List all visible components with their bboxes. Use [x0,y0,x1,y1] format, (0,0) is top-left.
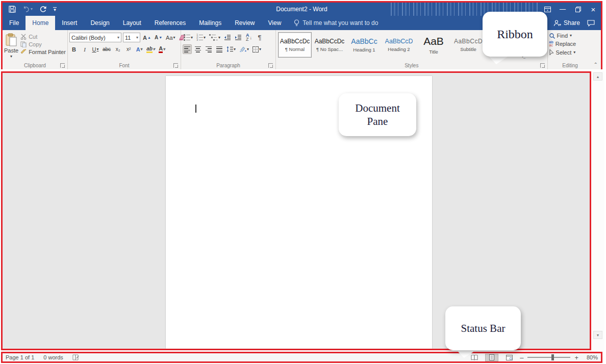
restore-button[interactable] [570,3,586,16]
select-label: Select [556,49,572,56]
borders-button[interactable]: ▾ [251,44,262,54]
format-painter-icon [20,49,27,55]
find-button[interactable]: Find ▾ [549,33,576,39]
style-name: ¶ Normal [285,46,305,52]
zoom-slider-thumb[interactable] [551,354,554,360]
web-layout-button[interactable] [502,354,516,361]
bullets-icon [184,34,190,41]
style-card-heading2[interactable]: AaBbCcD Heading 2 [382,32,416,58]
bullets-button[interactable]: ▾ [183,33,194,42]
paste-dropdown-caret[interactable]: ▾ [10,55,12,59]
undo-button[interactable]: ▾ [22,6,33,12]
justify-button[interactable] [215,44,224,54]
text-effects-button[interactable]: A▾ [135,44,144,54]
format-painter-button[interactable]: Format Painter [20,49,66,55]
page-indicator[interactable]: Page 1 of 1 [6,354,34,360]
find-label: Find [557,33,568,39]
text-effects-label: A [136,46,140,53]
grow-font-button[interactable]: A▲ [142,33,152,42]
bold-button[interactable]: B [69,44,79,54]
zoom-percentage[interactable]: 80% [583,354,598,360]
paragraph-dialog-launcher[interactable] [268,63,273,68]
align-center-button[interactable] [193,44,203,54]
styles-dialog-launcher[interactable] [540,63,545,68]
redo-icon[interactable] [39,6,46,13]
collapse-ribbon-button[interactable]: ⌃ [594,62,598,67]
zoom-slider[interactable] [527,357,570,358]
tab-file[interactable]: File [3,16,26,30]
highlight-button[interactable]: ab▾ [145,44,156,54]
copy-button[interactable]: Copy [20,41,66,47]
decrease-indent-button[interactable] [223,33,232,42]
style-card-title[interactable]: AaB Title [417,32,450,58]
shrink-font-button[interactable]: A▼ [154,33,163,42]
callout-status-bar-label: Status Bar [461,322,506,335]
qat-customize-icon[interactable]: ▾ [53,7,57,11]
scrollbar-up-button[interactable]: ▲ [593,72,602,81]
cut-button[interactable]: Cut [20,34,66,40]
change-case-button[interactable]: Aa▾ [165,33,176,42]
numbering-button[interactable]: 1 2 3 ▾ [195,33,207,42]
style-preview: AaB [423,35,444,47]
font-name-caret: ▾ [117,36,119,40]
tab-design[interactable]: Design [84,16,116,30]
callout-ribbon: Ribbon [483,12,547,57]
line-spacing-button[interactable]: ▾ [225,44,237,54]
tab-review[interactable]: Review [228,16,261,30]
read-mode-button[interactable] [468,354,481,361]
tab-insert[interactable]: Insert [55,16,84,30]
tell-me-box[interactable]: Tell me what you want to do [288,16,384,30]
word-count[interactable]: 0 words [43,354,63,360]
style-card-normal[interactable]: AaBbCcDc ¶ Normal [278,32,312,58]
undo-dropdown-caret[interactable]: ▾ [31,7,33,11]
align-right-button[interactable] [204,44,213,54]
style-card-subtitle[interactable]: AaBbCcD Subtitle [451,32,485,58]
font-size-value: 11 [125,35,134,41]
proofing-icon[interactable] [72,354,80,360]
numbering-icon: 1 2 3 [196,34,203,41]
style-card-no-spacing[interactable]: AaBbCcDc ¶ No Spac... [313,32,346,58]
tab-references[interactable]: References [148,16,192,30]
shading-button[interactable]: ▾ [238,44,250,54]
clipboard-group-label: Clipboard [24,63,46,68]
multilevel-list-button[interactable]: ▾ [208,33,221,42]
strikethrough-button[interactable]: abc [102,44,112,54]
subscript-button[interactable]: x₂ [113,44,122,54]
align-center-icon [195,46,201,53]
clipboard-dialog-launcher[interactable] [60,63,65,68]
save-icon[interactable] [9,6,16,13]
tab-mailings[interactable]: Mailings [192,16,228,30]
minimize-button[interactable]: — [555,3,570,16]
scrollbar-down-button[interactable]: ▼ [593,331,602,339]
print-layout-button[interactable] [485,354,498,361]
tab-layout[interactable]: Layout [116,16,148,30]
increase-indent-button[interactable] [234,33,243,42]
italic-button[interactable]: I [80,44,89,54]
tab-home[interactable]: Home [26,16,55,30]
replace-button[interactable]: abac Replace [549,41,576,47]
zoom-out-button[interactable]: – [520,354,523,361]
font-group: Calibri (Body) ▾ 11 ▾ A▲ A▼ Aa▾ [68,30,181,69]
sort-button[interactable]: AZ ↓ [244,33,254,42]
close-button[interactable]: × [586,3,601,16]
font-name-select[interactable]: Calibri (Body) ▾ [69,33,121,42]
decrease-indent-icon [224,35,231,40]
tab-view[interactable]: View [262,16,288,30]
style-card-heading1[interactable]: AaBbCc Heading 1 [347,32,381,58]
font-dialog-launcher[interactable] [173,63,178,68]
align-left-button[interactable] [183,44,192,54]
font-color-button[interactable]: A▾ [158,44,167,54]
select-button[interactable]: Select ▾ [549,49,576,56]
superscript-button[interactable]: x² [124,44,133,54]
borders-icon [252,46,259,53]
font-size-select[interactable]: 11 ▾ [123,33,140,42]
zoom-in-button[interactable]: + [574,354,578,361]
underline-button[interactable]: U▾ [91,44,100,54]
vertical-scrollbar[interactable]: ▲ ▼ [592,71,604,350]
show-marks-button[interactable]: ¶ [255,33,264,42]
share-button[interactable]: Share [553,19,580,27]
paragraph-group-label: Paragraph [216,63,240,68]
comments-icon[interactable] [587,20,595,27]
sort-arrow: ↓ [250,35,252,40]
paste-button[interactable]: Paste ▾ [4,32,18,59]
